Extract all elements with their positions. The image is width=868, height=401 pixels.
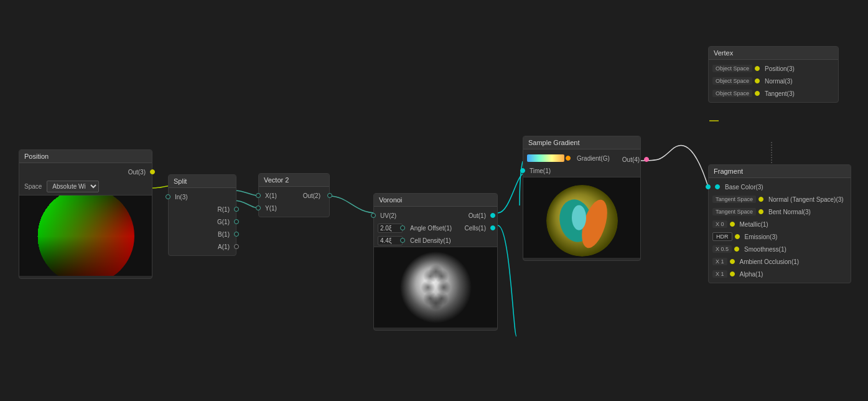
split-a-label: A(1) xyxy=(215,243,232,250)
voronoi-uv-label: UV(2) xyxy=(378,212,399,219)
voronoi-node-title: Voronoi xyxy=(374,194,497,207)
position-out-label: Out(3) xyxy=(126,169,148,176)
vertex-tangent-label: Tangent(3) xyxy=(762,90,797,97)
voronoi-density-port[interactable]: Cell Density(1) xyxy=(374,234,459,247)
position-out-port[interactable]: Out(3) xyxy=(19,166,152,178)
fragment-basecolor-in-dot[interactable] xyxy=(706,184,711,189)
split-g-dot[interactable] xyxy=(234,219,239,224)
gradient-sphere-preview xyxy=(523,177,640,258)
voronoi-angle-port[interactable]: Angle Offset(1) xyxy=(374,222,459,234)
fragment-basecolor-label: Base Color(3) xyxy=(722,184,766,191)
gradient-out-dot[interactable] xyxy=(644,157,649,162)
fragment-basecolor-dot[interactable] xyxy=(715,184,720,189)
fragment-ao-label: Ambient Occlusion(1) xyxy=(737,258,802,265)
fragment-node-title: Fragment xyxy=(709,165,851,178)
position-space-row: Space Absolute Wi xyxy=(19,178,152,195)
gradient-g-port[interactable]: Gradient(G) xyxy=(523,152,616,164)
fragment-metallic-port[interactable]: X 0 Metallic(1) xyxy=(709,218,851,230)
fragment-emission-port[interactable]: HDR Emission(3) xyxy=(709,230,851,243)
voronoi-cells-dot[interactable] xyxy=(490,225,495,230)
fragment-emission-dot[interactable] xyxy=(735,234,740,239)
vertex-normal-port[interactable]: Object Space Normal(3) xyxy=(709,75,838,87)
split-a-dot[interactable] xyxy=(234,244,239,249)
split-b-label: B(1) xyxy=(215,231,232,238)
fragment-smoothness-port[interactable]: X 0.5 Smoothness(1) xyxy=(709,243,851,255)
vertex-normal-dot[interactable] xyxy=(755,78,760,83)
vector2-y-port[interactable]: Y(1) xyxy=(259,202,329,214)
split-in-dot[interactable] xyxy=(166,194,170,199)
fragment-ao-dot[interactable] xyxy=(730,259,735,264)
vertex-node: Vertex Object Space Position(3) Object S… xyxy=(708,46,839,103)
split-r-dot[interactable] xyxy=(234,207,239,212)
vector2-x-port[interactable]: X(1) Out(2) xyxy=(259,189,329,202)
gradient-g-label: Gradient(G) xyxy=(574,155,612,162)
fragment-alpha-label: Alpha(1) xyxy=(737,271,766,278)
fragment-metallic-x: X 0 xyxy=(712,220,727,228)
space-select[interactable]: Absolute Wi xyxy=(47,181,99,192)
split-r-port[interactable]: R(1) xyxy=(169,203,236,215)
fragment-smoothness-label: Smoothness(1) xyxy=(742,246,789,253)
gradient-time-label: Time(1) xyxy=(527,167,553,174)
fragment-metallic-label: Metallic(1) xyxy=(737,221,771,228)
vertex-tangent-dot[interactable] xyxy=(755,91,760,96)
fragment-alpha-x: X 1 xyxy=(712,270,727,278)
voronoi-angle-dot[interactable] xyxy=(400,225,405,230)
voronoi-out-dot[interactable] xyxy=(490,213,495,218)
voronoi-angle-label: Angle Offset(1) xyxy=(408,225,454,232)
vertex-position-port[interactable]: Object Space Position(3) xyxy=(709,62,838,75)
fragment-ao-x: X 1 xyxy=(712,258,727,265)
color-wheel xyxy=(36,195,136,276)
fragment-ao-port[interactable]: X 1 Ambient Occlusion(1) xyxy=(709,255,851,268)
split-g-port[interactable]: G(1) xyxy=(169,215,236,228)
split-node: Split In(3) R(1) G(1) B(1) A(1) xyxy=(168,174,236,256)
fragment-alpha-port[interactable]: X 1 Alpha(1) xyxy=(709,268,851,280)
voronoi-preview xyxy=(374,247,497,328)
vector2-y-dot[interactable] xyxy=(256,205,261,210)
gradient-time-port[interactable]: Time(1) xyxy=(523,164,616,177)
voronoi-preview-canvas xyxy=(375,248,497,326)
voronoi-cells-port[interactable]: Cells(1) xyxy=(459,222,492,234)
fragment-normal-port[interactable]: Tangent Space Normal (Tangent Space)(3) xyxy=(709,193,851,205)
fragment-metallic-dot[interactable] xyxy=(730,222,735,227)
fragment-smoothness-dot[interactable] xyxy=(734,247,739,252)
gradient-orange-dot[interactable] xyxy=(566,156,571,161)
fragment-bentnormal-dot[interactable] xyxy=(758,209,763,214)
split-b-port[interactable]: B(1) xyxy=(169,228,236,240)
sample-gradient-title: Sample Gradient xyxy=(523,136,640,149)
split-b-dot[interactable] xyxy=(234,232,239,237)
voronoi-cells-label: Cells(1) xyxy=(462,225,488,232)
fragment-bentnormal-port[interactable]: Tangent Space Bent Normal(3) xyxy=(709,205,851,218)
fragment-normal-dot[interactable] xyxy=(758,197,763,202)
fragment-smoothness-x: X 0.5 xyxy=(712,245,732,253)
voronoi-uv-dot[interactable] xyxy=(371,213,376,218)
voronoi-angle-input[interactable] xyxy=(378,224,403,233)
fragment-basecolor-port[interactable]: Base Color(3) xyxy=(709,181,851,193)
position-node: Position Out(3) Space Absolute Wi xyxy=(19,149,152,279)
vertex-tangent-port[interactable]: Object Space Tangent(3) xyxy=(709,87,838,100)
fragment-alpha-dot[interactable] xyxy=(730,271,735,276)
split-a-port[interactable]: A(1) xyxy=(169,240,236,253)
vector2-x-dot[interactable] xyxy=(256,193,261,198)
position-preview xyxy=(19,195,152,276)
voronoi-uv-port[interactable]: UV(2) xyxy=(374,209,459,222)
voronoi-out-port[interactable]: Out(1) xyxy=(459,209,492,222)
vertex-position-dot[interactable] xyxy=(755,66,760,71)
gradient-time-dot[interactable] xyxy=(520,168,525,173)
split-g-label: G(1) xyxy=(215,219,232,225)
fragment-bentnormal-space: Tangent Space xyxy=(712,208,756,215)
vector2-node: Vector 2 X(1) Out(2) Y(1) xyxy=(258,173,330,217)
fragment-hdr-badge: HDR xyxy=(712,232,732,241)
voronoi-density-dot[interactable] xyxy=(400,238,405,243)
vector2-node-title: Vector 2 xyxy=(259,174,329,187)
gradient-out-label: Out(4) xyxy=(620,156,642,163)
vector2-y-label: Y(1) xyxy=(263,205,279,212)
voronoi-out-label: Out(1) xyxy=(466,212,488,219)
vector2-out-dot[interactable] xyxy=(327,193,332,198)
position-out-dot[interactable] xyxy=(150,169,155,174)
fragment-bentnormal-label: Bent Normal(3) xyxy=(766,209,813,215)
split-in-label: In(3) xyxy=(172,194,190,200)
voronoi-node: Voronoi UV(2) Angle Offset(1) xyxy=(373,193,498,331)
split-in-port[interactable]: In(3) xyxy=(169,191,236,203)
gradient-out-port[interactable]: Out(4) xyxy=(616,153,646,166)
voronoi-density-input[interactable] xyxy=(378,236,403,245)
